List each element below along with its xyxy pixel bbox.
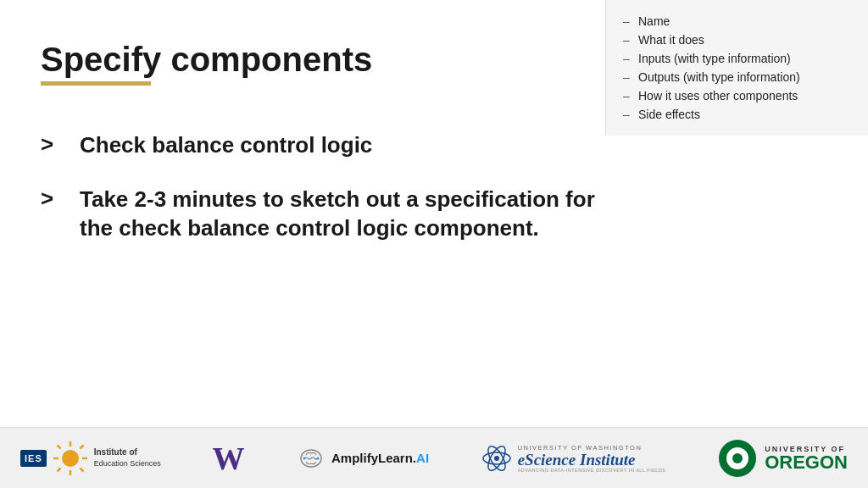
slide-title: Specify components	[41, 41, 372, 78]
svg-point-0	[62, 450, 79, 467]
uw-logo: W	[212, 442, 244, 474]
dash-icon: –	[623, 108, 632, 121]
ies-label: Institute of Education Sciences	[94, 446, 161, 469]
escience-title: eScience Institute	[518, 452, 666, 468]
bullet-text-2: Take 2-3 minutes to sketch out a specifi…	[80, 186, 617, 243]
bullet-arrow-2: >	[41, 186, 64, 212]
svg-point-10	[303, 457, 306, 459]
amplify-brain-icon	[296, 443, 326, 474]
escience-logo: UNIVERSITY of WASHINGTON eScience Instit…	[481, 442, 666, 474]
dash-icon: –	[623, 52, 632, 65]
bullet-arrow-1: >	[41, 131, 64, 158]
uo-name-label: OREGON	[765, 453, 848, 472]
svg-line-8	[57, 468, 60, 471]
uw-wordmark: W	[212, 442, 244, 474]
dash-icon: –	[623, 89, 632, 103]
svg-point-12	[494, 456, 499, 461]
svg-point-18	[732, 453, 743, 463]
bullet-item-2: > Take 2-3 minutes to sketch out a speci…	[41, 186, 617, 243]
svg-line-7	[80, 445, 83, 448]
spec-item-name: – Name	[623, 12, 851, 30]
spec-item-uses: – How it uses other components	[623, 86, 851, 105]
spec-item-what: – What it does	[623, 30, 851, 49]
dash-icon: –	[623, 33, 632, 47]
escience-atom-icon	[481, 442, 513, 474]
footer: IES Institute of Education Sciences	[0, 427, 868, 488]
ies-sun-icon	[52, 440, 89, 477]
svg-line-5	[57, 445, 60, 448]
uo-o-icon	[717, 438, 758, 479]
spec-item-outputs: – Outputs (with type information)	[623, 68, 851, 86]
dash-icon: –	[623, 14, 632, 28]
spec-item-inputs: – Inputs (with type information)	[623, 49, 851, 68]
title-underline	[41, 81, 151, 86]
bullet-item-1: > Check balance control logic	[41, 131, 617, 160]
spec-list-panel: – Name – What it does – Inputs (with typ…	[605, 0, 868, 136]
amplify-logo: AmplifyLearn.AI	[296, 443, 429, 474]
spec-item-side-effects: – Side effects	[623, 105, 851, 124]
bullet-text-1: Check balance control logic	[80, 131, 372, 160]
escience-tagline: ADVANCING DATA-INTENSIVE DISCOVERY IN AL…	[518, 468, 666, 473]
ies-abbreviation: IES	[20, 450, 47, 467]
uo-text: UNIVERSITY OF OREGON	[765, 445, 848, 472]
svg-line-6	[80, 468, 83, 471]
svg-point-11	[317, 457, 320, 459]
slide: – Name – What it does – Inputs (with typ…	[0, 0, 868, 488]
amplify-label: AmplifyLearn.AI	[331, 451, 429, 465]
ies-logo: IES Institute of Education Sciences	[20, 440, 161, 477]
bullets-section: > Check balance control logic > Take 2-3…	[41, 131, 617, 268]
title-section: Specify components	[41, 41, 372, 86]
escience-text-block: UNIVERSITY of WASHINGTON eScience Instit…	[518, 444, 666, 473]
dash-icon: –	[623, 70, 632, 84]
uo-logo: UNIVERSITY OF OREGON	[717, 438, 848, 479]
